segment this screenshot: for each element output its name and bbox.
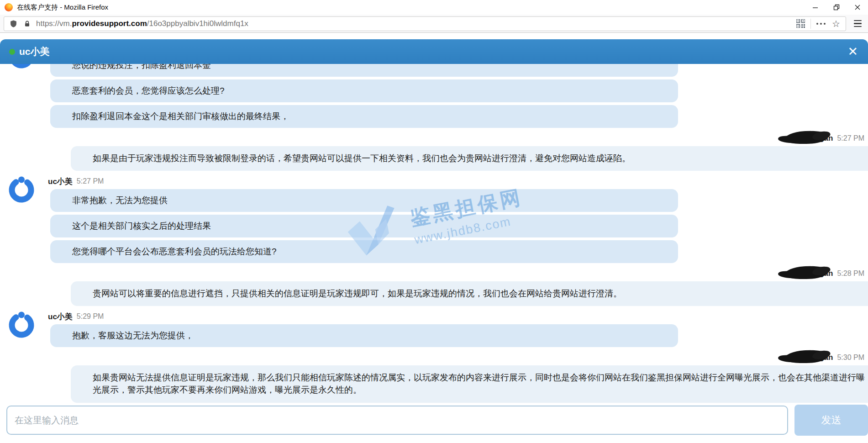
message-timestamp: 5:27 PM <box>77 177 104 185</box>
agent-avatar <box>7 175 36 205</box>
agent-message-bubble: 非常抱歉，无法为您提供 <box>50 189 678 212</box>
visitor-message-header: dinghaigan 5:30 PM <box>0 353 864 363</box>
redaction-scribble <box>784 265 829 280</box>
message-timestamp: 5:28 PM <box>837 269 864 278</box>
url-domain: providesupport.com <box>72 19 147 28</box>
message-input[interactable] <box>6 406 788 435</box>
navigation-bar: https://vm.providesupport.com/16o3ppbyal… <box>0 15 868 33</box>
agent-message-group: 您说的违规投注，扣除盈利退回本金 恶意套利的会员，您觉得应该怎么处理? 扣除盈利… <box>0 54 868 128</box>
https-lock-icon[interactable] <box>24 20 31 27</box>
minimize-icon <box>812 4 819 11</box>
visitor-message-bubble: 贵网站可以将重要的信息进行遮挡，只提供相关的信息证明是玩家违规即可，如果是玩家违… <box>71 281 868 306</box>
online-status-dot <box>9 49 15 55</box>
chat-header: uc小美 ✕ <box>0 39 868 64</box>
visitor-name: dinghaigan <box>792 269 833 278</box>
window-titlebar: 在线客户支持 - Mozilla Firefox <box>0 0 868 15</box>
visitor-message-header: dinghaigan 5:28 PM <box>0 269 864 279</box>
restore-icon <box>833 4 840 11</box>
message-timestamp: 5:27 PM <box>837 134 864 142</box>
hamburger-menu-icon[interactable] <box>851 20 864 27</box>
bookmark-star-icon[interactable]: ☆ <box>832 19 840 28</box>
agent-message-bubble: 您觉得哪个平台会公布恶意套利会员的玩法给您知道? <box>50 240 678 263</box>
agent-message-header: uc小美 5:27 PM <box>48 176 868 186</box>
page-actions-more-icon[interactable] <box>816 23 826 25</box>
redaction-scribble <box>784 130 829 145</box>
agent-message-bubble: 这个是相关部门核实之后的处理结果 <box>50 215 678 237</box>
agent-message-bubble: 恶意套利的会员，您觉得应该怎么处理? <box>50 79 678 102</box>
close-window-icon <box>854 4 861 11</box>
agent-name: uc小美 <box>48 176 73 187</box>
agent-message-group: uc小美 5:29 PM 抱歉，客服这边无法为您提供， <box>0 311 868 347</box>
visitor-message-header: dinghaigan 5:27 PM <box>0 133 864 143</box>
window-controls <box>805 0 868 15</box>
send-button[interactable]: 发送 <box>794 405 868 436</box>
chat-agent-title: uc小美 <box>19 45 50 58</box>
agent-name: uc小美 <box>48 311 73 322</box>
message-timestamp: 5:29 PM <box>77 312 104 321</box>
agent-message-group: uc小美 5:27 PM 非常抱歉，无法为您提供 这个是相关部门核实之后的处理结… <box>0 176 868 263</box>
minimize-button[interactable] <box>805 0 826 15</box>
url-path: /16o3ppbyalbiv1hi0lwldmfq1x <box>147 19 248 28</box>
chat-close-icon[interactable]: ✕ <box>847 46 858 58</box>
close-window-button[interactable] <box>847 0 868 15</box>
visitor-message-group: dinghaigan 5:28 PM 贵网站可以将重要的信息进行遮挡，只提供相关… <box>0 269 868 306</box>
visitor-message-group: dinghaigan 5:30 PM 如果贵网站无法提供信息证明是玩家违规，那么… <box>0 353 868 403</box>
agent-avatar <box>7 311 36 340</box>
firefox-icon <box>5 3 13 11</box>
toolbar-divider <box>810 19 811 29</box>
agent-message-bubble: 抱歉，客服这边无法为您提供， <box>50 324 678 347</box>
redaction-scribble <box>784 349 829 364</box>
visitor-name: dinghaigan <box>792 353 833 362</box>
url-scheme: https://vm. <box>36 19 72 28</box>
visitor-message-group: dinghaigan 5:27 PM 如果是由于玩家违规投注而导致被限制登录的话… <box>0 133 868 171</box>
visitor-name: dinghaigan <box>792 134 833 143</box>
agent-message-header: uc小美 5:29 PM <box>48 311 868 322</box>
url-bar[interactable]: https://vm.providesupport.com/16o3ppbyal… <box>4 16 846 31</box>
window-title: 在线客户支持 - Mozilla Firefox <box>17 3 108 12</box>
visitor-message-bubble: 如果是由于玩家违规投注而导致被限制登录的话，希望贵网站可以提供一下相关资料，我们… <box>71 146 868 171</box>
qr-extension-icon[interactable] <box>796 19 805 28</box>
tracking-protection-shield-icon[interactable] <box>10 20 17 28</box>
chat-message-list: 您说的违规投注，扣除盈利退回本金 恶意套利的会员，您觉得应该怎么处理? 扣除盈利… <box>0 39 868 443</box>
url-text: https://vm.providesupport.com/16o3ppbyal… <box>36 19 248 28</box>
agent-message-bubble: 扣除盈利退回本金这个是相关部门审核做出的最终结果， <box>50 105 678 128</box>
restore-button[interactable] <box>826 0 847 15</box>
message-timestamp: 5:30 PM <box>837 353 864 362</box>
visitor-message-bubble: 如果贵网站无法提供信息证明是玩家违规，那么我们只能相信玩家陈述的情况属实，以玩家… <box>71 365 868 403</box>
